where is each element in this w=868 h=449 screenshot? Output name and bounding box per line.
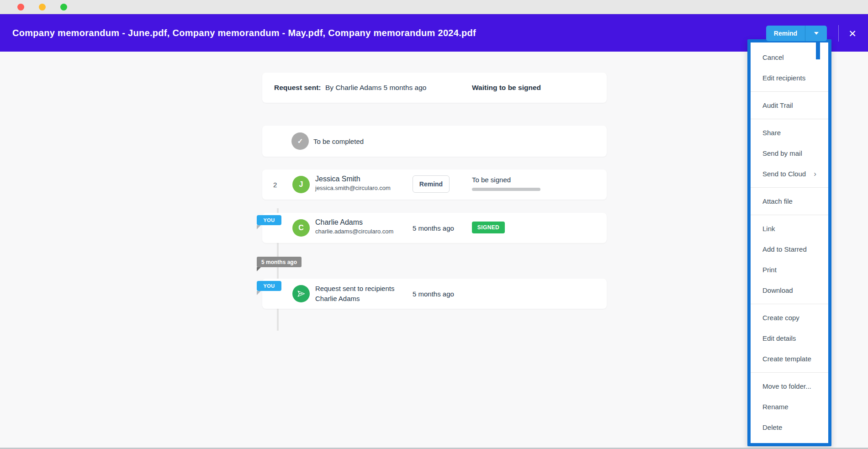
you-badge-tail xyxy=(257,291,261,295)
avatar: J xyxy=(292,176,310,193)
event-time: 5 months ago xyxy=(413,279,454,309)
you-badge: YOU xyxy=(257,281,281,291)
document-detail-window: Company memorandum - June.pdf, Company m… xyxy=(0,0,868,449)
menu-item-move-to-folder[interactable]: Move to folder... xyxy=(751,376,828,396)
menu-item-edit-details[interactable]: Edit details xyxy=(751,328,828,349)
avatar-initial: C xyxy=(298,224,304,232)
signer-row-charlie: C Charlie Adams charlie.adams@circularo.… xyxy=(262,213,607,243)
signing-progress-bar xyxy=(472,188,540,191)
recipient-identity: Jessica Smith jessica.smith@circularo.co… xyxy=(315,175,391,191)
remind-button[interactable]: Remind xyxy=(766,26,805,41)
chevron-right-icon: › xyxy=(814,169,816,179)
window-controls xyxy=(0,4,67,11)
menu-item-send-to-cloud[interactable]: Send to Cloud › xyxy=(751,164,828,184)
signed-time: 5 months ago xyxy=(413,213,454,243)
menu-item-delete[interactable]: Delete xyxy=(751,417,828,438)
recipient-name: Jessica Smith xyxy=(315,175,391,183)
time-separator-tail xyxy=(257,267,261,271)
request-status: Waiting to be signed xyxy=(472,73,541,103)
signer-identity: Charlie Adams charlie.adams@circularo.co… xyxy=(315,218,393,235)
page-title: Company memorandum - June.pdf, Company m… xyxy=(12,14,476,52)
you-badge: YOU xyxy=(257,215,281,225)
event-line2: Charlie Adams xyxy=(315,294,394,304)
recipient-status: To be signed xyxy=(472,176,540,191)
menu-divider xyxy=(751,187,828,188)
document-header: Company memorandum - June.pdf, Company m… xyxy=(0,14,868,52)
request-sent-value: By Charlie Adams 5 months ago xyxy=(325,73,426,103)
recipient-row-jessica: 2 J Jessica Smith jessica.smith@circular… xyxy=(262,169,607,200)
paper-plane-icon xyxy=(297,290,305,298)
menu-item-print[interactable]: Print xyxy=(751,259,828,280)
recipient-status-text: To be signed xyxy=(472,176,540,184)
status-row-label: To be completed xyxy=(313,126,364,157)
menu-item-rename[interactable]: Rename xyxy=(751,396,828,417)
menu-item-send-by-mail[interactable]: Send by mail xyxy=(751,143,828,164)
recipient-order: 2 xyxy=(273,169,277,200)
menu-divider xyxy=(751,91,828,92)
avatar: C xyxy=(292,219,310,237)
event-row-request-sent: Request sent to recipients Charlie Adams… xyxy=(262,279,607,309)
menu-item-create-template[interactable]: Create template xyxy=(751,349,828,369)
signer-name: Charlie Adams xyxy=(315,218,393,227)
menu-list: Cancel Edit recipients Audit Trail Share… xyxy=(751,42,828,442)
check-icon: ✓ xyxy=(297,137,303,145)
window-titlebar xyxy=(0,0,868,14)
pending-check-circle: ✓ xyxy=(291,132,309,150)
remind-recipient-button[interactable]: Remind xyxy=(413,175,450,193)
main-content xyxy=(0,52,868,448)
remind-dropdown-toggle[interactable] xyxy=(805,26,827,41)
signed-status-badge: SIGNED xyxy=(472,222,505,233)
menu-divider xyxy=(751,304,828,304)
menu-item-label: Send to Cloud xyxy=(762,170,806,178)
menu-divider xyxy=(751,372,828,373)
header-divider xyxy=(838,25,839,42)
menu-item-link[interactable]: Link xyxy=(751,218,828,239)
menu-item-audit-trail[interactable]: Audit Trail xyxy=(751,95,828,116)
menu-item-attach-file[interactable]: Attach file xyxy=(751,191,828,211)
menu-divider xyxy=(751,215,828,215)
request-sent-label: Request sent: xyxy=(274,73,321,103)
maximize-light[interactable] xyxy=(60,4,67,11)
time-separator-badge: 5 months ago xyxy=(257,257,302,267)
menu-item-add-to-starred[interactable]: Add to Starred xyxy=(751,239,828,259)
menu-item-share[interactable]: Share xyxy=(751,122,828,143)
menu-item-create-copy[interactable]: Create copy xyxy=(751,307,828,328)
request-summary-card: Request sent: By Charlie Adams 5 months … xyxy=(262,73,607,103)
dropdown-focus-connector xyxy=(816,40,820,59)
you-badge-tail xyxy=(257,225,261,229)
signer-email: charlie.adams@circularo.com xyxy=(315,228,393,235)
event-description: Request sent to recipients Charlie Adams xyxy=(315,284,394,304)
menu-item-download[interactable]: Download xyxy=(751,280,828,301)
remind-split-button: Remind xyxy=(766,26,827,41)
status-row-to-be-completed: ✓ To be completed xyxy=(262,126,607,157)
minimize-light[interactable] xyxy=(39,4,46,11)
avatar-initial: J xyxy=(299,180,303,189)
menu-divider xyxy=(751,119,828,119)
caret-down-icon xyxy=(814,32,819,35)
close-button[interactable]: ✕ xyxy=(845,26,860,40)
menu-item-edit-recipients[interactable]: Edit recipients xyxy=(751,68,828,88)
send-circle xyxy=(292,285,310,302)
close-icon: ✕ xyxy=(848,29,857,38)
event-line1: Request sent to recipients xyxy=(315,284,394,294)
close-light[interactable] xyxy=(17,4,24,11)
recipient-email: jessica.smith@circularo.com xyxy=(315,185,391,191)
actions-dropdown-menu: Cancel Edit recipients Audit Trail Share… xyxy=(747,39,831,446)
